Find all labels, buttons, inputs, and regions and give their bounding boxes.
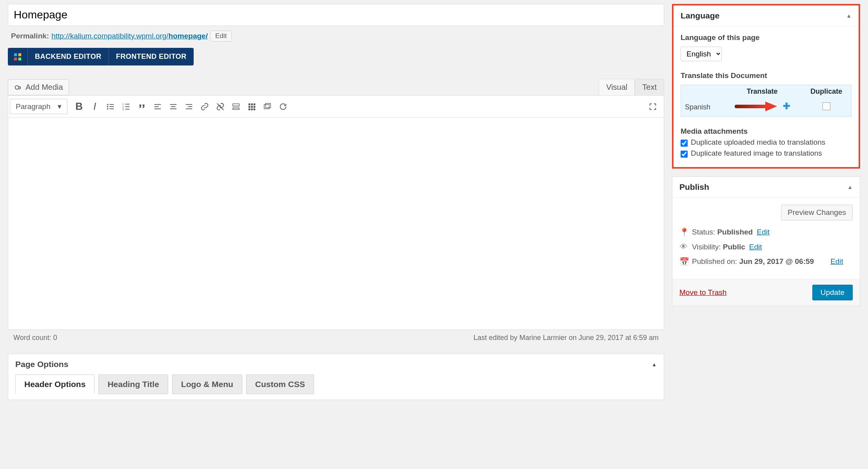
published-edit-link[interactable]: Edit <box>830 257 843 266</box>
permalink-label: Permalink: <box>11 32 49 40</box>
visibility-edit-link[interactable]: Edit <box>749 243 762 251</box>
panel-toggle-icon[interactable]: ▲ <box>652 362 657 367</box>
page-options-title: Page Options <box>15 360 68 369</box>
translate-table: Translate Duplicate Spanish ✚ <box>681 85 852 117</box>
svg-rect-20 <box>170 104 176 105</box>
align-left-button[interactable] <box>150 99 165 115</box>
panel-toggle-icon[interactable]: ▲ <box>846 13 852 19</box>
translate-lang-name: Spanish <box>681 98 723 117</box>
editor-toolbar: Paragraph ▾ B I 123 <box>8 96 664 118</box>
backend-editor-button[interactable]: BACKEND EDITOR <box>27 48 109 65</box>
translate-row-spanish: Spanish ✚ <box>681 98 852 117</box>
language-of-page-label: Language of this page <box>681 33 852 42</box>
number-list-button[interactable]: 123 <box>118 99 134 115</box>
fullscreen-button[interactable] <box>645 99 661 115</box>
move-to-trash-link[interactable]: Move to Trash <box>679 288 726 297</box>
svg-rect-35 <box>253 106 255 108</box>
word-count: Word count: 0 <box>13 334 57 342</box>
duplicate-media-checkbox[interactable] <box>681 140 688 147</box>
editor-box: Paragraph ▾ B I 123 <box>8 95 664 330</box>
gallery-button[interactable] <box>260 99 275 115</box>
bold-button[interactable]: B <box>71 99 87 115</box>
tab-visual[interactable]: Visual <box>599 79 635 95</box>
svg-rect-8 <box>109 106 114 107</box>
media-icon <box>14 83 22 92</box>
svg-rect-38 <box>253 108 255 110</box>
add-translation-button[interactable]: ✚ <box>783 101 790 111</box>
svg-point-9 <box>107 108 109 109</box>
svg-rect-41 <box>735 105 766 108</box>
svg-point-7 <box>107 106 109 107</box>
svg-text:3: 3 <box>122 108 124 111</box>
svg-rect-0 <box>14 53 17 56</box>
svg-rect-27 <box>232 104 239 106</box>
unlink-button[interactable] <box>212 99 228 115</box>
svg-rect-24 <box>188 106 192 107</box>
eye-icon: 👁 <box>679 242 688 251</box>
link-button[interactable] <box>197 99 212 115</box>
svg-rect-14 <box>125 106 129 107</box>
language-select[interactable]: English <box>681 47 722 61</box>
editor-view-tabs: Visual Text <box>599 79 664 95</box>
svg-rect-1 <box>18 53 21 56</box>
svg-rect-12 <box>125 104 129 104</box>
update-button[interactable]: Update <box>812 285 853 300</box>
svg-rect-34 <box>251 106 253 108</box>
read-more-button[interactable] <box>228 99 244 115</box>
tab-custom-css[interactable]: Custom CSS <box>246 374 314 394</box>
add-media-button[interactable]: Add Media <box>8 79 69 95</box>
svg-rect-3 <box>18 57 21 60</box>
publish-panel: Publish ▲ Preview Changes 📍 Status: Publ… <box>672 176 860 306</box>
blockquote-button[interactable] <box>134 99 150 115</box>
svg-rect-29 <box>232 108 239 109</box>
svg-rect-2 <box>14 57 17 60</box>
duplicate-col-header: Duplicate <box>802 85 852 98</box>
svg-rect-23 <box>185 104 192 105</box>
editor-footer: Word count: 0 Last edited by Marine Larm… <box>8 330 664 346</box>
media-attachments-heading: Media attachments <box>681 127 852 136</box>
language-panel: Language ▲ Language of this page English… <box>672 4 860 169</box>
svg-rect-25 <box>185 108 192 109</box>
svg-rect-22 <box>170 108 176 109</box>
duplicate-featured-checkbox[interactable] <box>681 151 688 158</box>
permalink-row: Permalink: http://kalium.compatibility.w… <box>8 29 664 42</box>
align-center-button[interactable] <box>165 99 181 115</box>
italic-button[interactable]: I <box>87 99 103 115</box>
bullet-list-button[interactable] <box>103 99 118 115</box>
svg-rect-31 <box>251 103 253 105</box>
svg-rect-17 <box>154 104 161 105</box>
align-right-button[interactable] <box>181 99 197 115</box>
refresh-button[interactable] <box>275 99 291 115</box>
svg-point-4 <box>15 85 19 89</box>
visual-composer-icon[interactable] <box>8 48 27 65</box>
page-options-panel: Page Options ▲ Header Options Heading Ti… <box>8 354 664 400</box>
publish-panel-title: Publish <box>679 182 709 192</box>
duplicate-checkbox[interactable] <box>823 102 830 110</box>
duplicate-featured-label: Duplicate featured image to translations <box>691 149 822 158</box>
toolbar-toggle-button[interactable] <box>244 99 260 115</box>
editor-mode-bar: BACKEND EDITOR FRONTEND EDITOR <box>8 48 194 65</box>
duplicate-media-label: Duplicate uploaded media to translations <box>691 138 825 147</box>
language-panel-title: Language <box>681 11 719 20</box>
frontend-editor-button[interactable]: FRONTEND EDITOR <box>109 48 194 65</box>
svg-rect-40 <box>265 103 271 107</box>
page-options-tabs: Header Options Heading Title Logo & Menu… <box>8 374 664 400</box>
tab-text[interactable]: Text <box>635 79 664 95</box>
svg-rect-19 <box>154 108 161 109</box>
tab-logo-menu[interactable]: Logo & Menu <box>172 374 242 394</box>
tab-heading-title[interactable]: Heading Title <box>98 374 168 394</box>
svg-rect-33 <box>248 106 250 108</box>
preview-changes-button[interactable]: Preview Changes <box>781 205 853 220</box>
permalink-edit-button[interactable]: Edit <box>210 31 232 42</box>
svg-rect-21 <box>171 106 175 107</box>
callout-arrow-icon <box>735 100 778 114</box>
svg-rect-30 <box>248 103 250 105</box>
page-title-input[interactable] <box>8 4 664 26</box>
paragraph-format-select[interactable]: Paragraph ▾ <box>10 99 67 114</box>
panel-toggle-icon[interactable]: ▲ <box>847 184 853 190</box>
permalink-link[interactable]: http://kalium.compatibility.wpml.org/hom… <box>51 32 208 40</box>
editor-canvas[interactable] <box>8 118 664 329</box>
tab-header-options[interactable]: Header Options <box>15 374 94 394</box>
svg-rect-10 <box>109 108 114 109</box>
status-edit-link[interactable]: Edit <box>757 228 770 236</box>
